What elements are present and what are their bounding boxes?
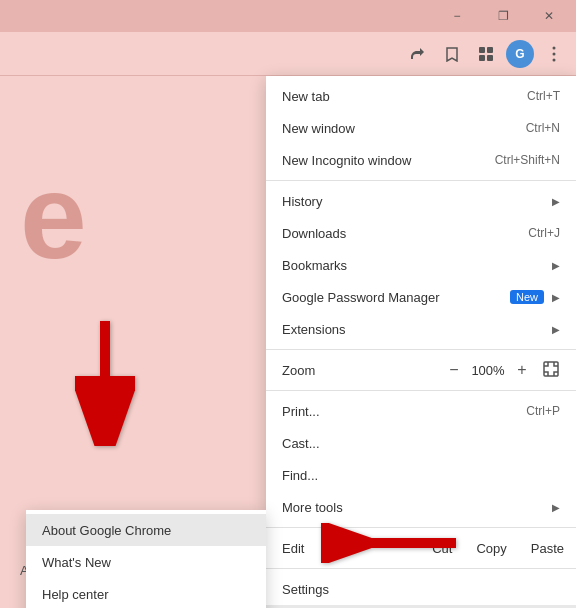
profile-icon[interactable]: G [506, 40, 534, 68]
svg-point-4 [553, 46, 556, 49]
bookmark-icon[interactable] [438, 40, 466, 68]
red-arrow-left [321, 523, 461, 563]
zoom-value: 100% [466, 363, 510, 378]
svg-rect-1 [487, 47, 493, 53]
red-arrow-down [75, 316, 135, 446]
main-content: e Add shortcut New tab Ctrl+T New w [0, 76, 576, 608]
menu-item-bookmarks[interactable]: Bookmarks ▶ [266, 249, 576, 281]
menu-item-new-window[interactable]: New window Ctrl+N [266, 112, 576, 144]
minimize-button[interactable]: − [434, 0, 480, 32]
help-submenu: About Google Chrome What's New Help cent… [26, 510, 266, 608]
zoom-row: Zoom − 100% + [266, 354, 576, 386]
extensions-icon[interactable] [472, 40, 500, 68]
share-icon[interactable] [404, 40, 432, 68]
menu-item-password-manager[interactable]: Google Password Manager New ▶ [266, 281, 576, 313]
menu-item-cast[interactable]: Cast... [266, 427, 576, 459]
menu-item-more-tools[interactable]: More tools ▶ [266, 491, 576, 523]
menu-item-settings[interactable]: Settings [266, 573, 576, 605]
svg-point-5 [553, 52, 556, 55]
svg-rect-2 [479, 55, 485, 61]
separator-2 [266, 349, 576, 350]
separator-3 [266, 390, 576, 391]
menu-item-find[interactable]: Find... [266, 459, 576, 491]
zoom-fullscreen-button[interactable] [542, 360, 560, 381]
restore-button[interactable]: ❐ [480, 0, 526, 32]
paste-button[interactable]: Paste [519, 537, 576, 560]
brand-letter: e [20, 156, 87, 276]
submenu-item-help-center[interactable]: Help center [26, 578, 266, 608]
menu-item-new-incognito[interactable]: New Incognito window Ctrl+Shift+N [266, 144, 576, 176]
new-badge: New [510, 290, 544, 304]
menu-item-extensions[interactable]: Extensions ▶ [266, 313, 576, 345]
zoom-minus-button[interactable]: − [442, 358, 466, 382]
submenu-item-about[interactable]: About Google Chrome [26, 514, 266, 546]
menu-item-downloads[interactable]: Downloads Ctrl+J [266, 217, 576, 249]
separator-1 [266, 180, 576, 181]
menu-item-new-tab[interactable]: New tab Ctrl+T [266, 80, 576, 112]
svg-rect-11 [544, 362, 558, 376]
menu-icon[interactable] [540, 40, 568, 68]
submenu-item-whats-new[interactable]: What's New [26, 546, 266, 578]
copy-button[interactable]: Copy [464, 537, 518, 560]
menu-item-print[interactable]: Print... Ctrl+P [266, 395, 576, 427]
svg-rect-0 [479, 47, 485, 53]
browser-toolbar: G [0, 32, 576, 76]
svg-rect-3 [487, 55, 493, 61]
zoom-plus-button[interactable]: + [510, 358, 534, 382]
svg-point-6 [553, 58, 556, 61]
close-button[interactable]: ✕ [526, 0, 572, 32]
title-bar: − ❐ ✕ [0, 0, 576, 32]
separator-5 [266, 568, 576, 569]
menu-item-history[interactable]: History ▶ [266, 185, 576, 217]
